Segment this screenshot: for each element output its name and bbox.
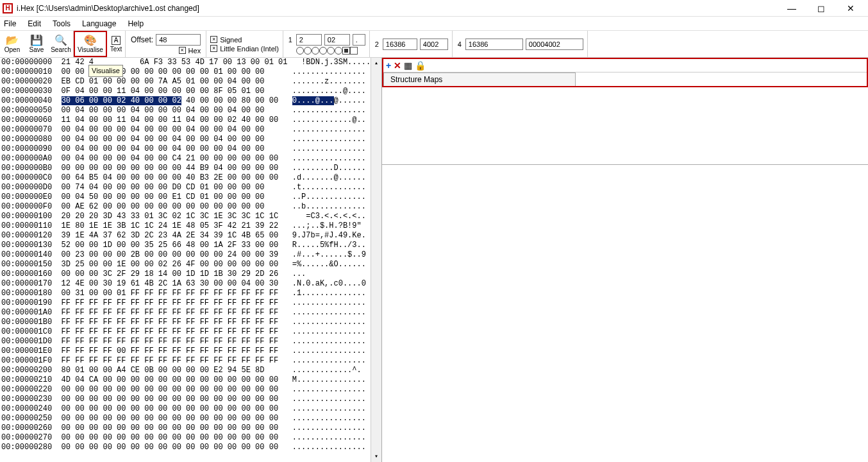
search-button[interactable]: 🔍 Search <box>49 31 73 57</box>
hex-checkbox[interactable]: ×Hex <box>179 47 201 55</box>
save-label: Save <box>29 46 44 53</box>
window-title: i.Hex [C:\Users\admin\Desktop\archive1.o… <box>17 4 777 13</box>
close-button[interactable]: ✕ <box>836 0 865 17</box>
hex-pane[interactable]: Visualise ▴ ▾ 00:00000000 21 42 4 6A F3 … <box>0 58 381 462</box>
visualise-tooltip: Visualise <box>88 65 123 77</box>
hex-row[interactable]: 00:00000130 52 00 00 1D 00 00 35 25 66 4… <box>0 241 381 250</box>
structure-body <box>382 164 868 462</box>
visualise-label: Visualise <box>78 46 103 53</box>
structure-maps-tab[interactable]: Structure Maps <box>383 73 576 86</box>
hex-row[interactable]: 00:000001F0 FF FF FF FF FF FF FF FF FF F… <box>0 356 381 366</box>
endian-checkbox[interactable]: ×Little Endian (Intel) <box>210 45 279 53</box>
hex-row[interactable]: 00:000000F0 00 AE 62 00 00 00 00 00 00 0… <box>0 202 381 212</box>
offset-input[interactable] <box>156 34 201 46</box>
hex-row[interactable]: 00:00000230 00 00 00 00 00 00 00 00 00 0… <box>0 395 381 404</box>
open-button[interactable]: 📂 Open <box>0 31 24 57</box>
open-icon: 📂 <box>6 35 19 46</box>
hex-row[interactable]: 00:000000D0 00 74 04 00 00 00 00 00 D0 C… <box>0 183 381 193</box>
save-icon: 💾 <box>30 35 43 46</box>
hex-row[interactable]: 00:000000E0 00 04 50 00 00 00 00 00 E1 C… <box>0 193 381 202</box>
text-button[interactable]: A Text <box>107 31 125 57</box>
menu-edit[interactable]: Edit <box>28 19 41 28</box>
visualise-icon: 🎨 <box>84 35 97 46</box>
endian-checkbox-label: Little Endian (Intel) <box>220 45 279 53</box>
hex-row[interactable]: 00:00000030 0F 04 00 00 11 04 00 00 00 0… <box>0 87 381 96</box>
hex-row[interactable]: 00:00000210 4D 04 CA 00 00 00 00 00 00 0… <box>0 375 381 385</box>
hex-row[interactable]: 00:00000040 30 06 00 00 02 40 00 00 02 4… <box>0 96 381 106</box>
hex-row[interactable]: 00:00000010 00 00 00 00 00 00 00 00 00 0… <box>0 67 381 77</box>
value4-dec-input[interactable] <box>465 38 523 50</box>
hex-row[interactable]: 00:00000260 00 00 00 00 00 00 00 00 00 0… <box>0 424 381 433</box>
main-area: Visualise ▴ ▾ 00:00000000 21 42 4 6A F3 … <box>0 58 868 462</box>
hex-checkbox-label: Hex <box>188 47 201 55</box>
hex-row[interactable]: 00:000001A0 FF FF FF FF FF FF FF FF FF F… <box>0 308 381 318</box>
hex-row[interactable]: 00:00000050 00 04 00 00 00 04 00 00 00 0… <box>0 106 381 116</box>
structure-grid-icon[interactable]: ▦ <box>404 61 412 70</box>
value1-hex-input[interactable] <box>324 34 350 46</box>
value1-dec-input[interactable] <box>296 34 322 46</box>
hex-row[interactable]: 00:00000280 00 00 00 00 00 00 00 00 00 0… <box>0 443 381 452</box>
hex-scrollbar[interactable]: ▴ ▾ <box>371 58 381 462</box>
hex-row[interactable]: 00:00000180 00 31 00 00 01 FF FF FF FF F… <box>0 289 381 298</box>
hex-row[interactable]: 00:00000250 00 00 00 00 00 00 00 00 00 0… <box>0 414 381 424</box>
hex-row[interactable]: 00:00000270 00 00 00 00 00 00 00 00 00 0… <box>0 433 381 443</box>
menu-help[interactable]: Help <box>128 19 144 28</box>
structure-lock-icon[interactable]: 🔒 <box>415 61 426 70</box>
hex-row[interactable]: 00:00000170 12 4E 00 30 19 61 4B 2C 1A 6… <box>0 279 381 289</box>
structure-panel-header: + ✕ ▦ 🔒 Structure Maps <box>382 58 868 87</box>
menu-language[interactable]: Language <box>82 19 116 28</box>
value2-dec-input[interactable] <box>383 38 417 50</box>
hex-row[interactable]: 00:00000190 FF FF FF FF FF FF FF FF FF F… <box>0 298 381 308</box>
hex-row[interactable]: 00:00000240 00 00 00 00 00 00 00 00 00 0… <box>0 404 381 414</box>
hex-row[interactable]: 00:00000200 80 01 00 00 A4 CE 0B 00 00 0… <box>0 366 381 375</box>
hex-row[interactable]: 00:000001E0 FF FF FF FF 00 FF FF FF FF F… <box>0 346 381 356</box>
toolbar: 📂 Open 💾 Save 🔍 Search 🎨 Visualise A Tex… <box>0 31 868 58</box>
hex-row[interactable]: 00:00000000 21 42 4 6A F3 33 53 4D 17 00… <box>0 58 381 67</box>
hex-row[interactable]: 00:00000120 39 1E 4A 37 62 3D 2C 23 4A 2… <box>0 231 381 241</box>
title-bar: H i.Hex [C:\Users\admin\Desktop\archive1… <box>0 0 868 17</box>
save-button[interactable]: 💾 Save <box>24 31 49 57</box>
hex-row[interactable]: 00:000001B0 FF FF FF FF FF FF FF FF FF F… <box>0 318 381 327</box>
signed-checkbox-label: Signed <box>220 36 242 44</box>
hex-row[interactable]: 00:00000020 EB CD 01 00 00 00 00 7A A5 0… <box>0 77 381 87</box>
value2-hex-input[interactable] <box>420 38 448 50</box>
text-icon: A <box>112 36 121 45</box>
offset-label: Offset: <box>131 35 153 44</box>
hex-row[interactable]: 00:00000160 00 00 00 3C 2F 29 18 14 00 1… <box>0 270 381 279</box>
hex-row[interactable]: 00:000001D0 FF FF FF FF FF FF FF FF FF F… <box>0 337 381 346</box>
value1-char-input[interactable] <box>353 34 365 46</box>
hex-row[interactable]: 00:00000090 00 04 00 00 00 04 00 00 04 0… <box>0 144 381 154</box>
hex-row[interactable]: 00:00000080 00 04 00 00 00 04 00 00 04 0… <box>0 135 381 144</box>
hex-row[interactable]: 00:00000220 00 00 00 00 00 00 00 00 00 0… <box>0 385 381 395</box>
byte-width-radios-1[interactable] <box>296 47 365 55</box>
value4-hex-input[interactable] <box>526 38 583 50</box>
scroll-down-button[interactable]: ▾ <box>371 451 381 462</box>
search-label: Search <box>51 46 71 53</box>
hex-row[interactable]: 00:000000B0 00 00 00 00 00 00 00 00 00 4… <box>0 164 381 173</box>
maximize-button[interactable]: ◻ <box>806 0 836 17</box>
value4-label: 4 <box>456 40 463 48</box>
hex-row[interactable]: 00:000000C0 00 64 B5 04 00 00 00 00 00 4… <box>0 173 381 183</box>
menu-tools[interactable]: Tools <box>53 19 71 28</box>
hex-row[interactable]: 00:000001C0 FF FF FF FF FF FF FF FF FF F… <box>0 327 381 337</box>
menu-file[interactable]: File <box>4 19 16 28</box>
search-icon: 🔍 <box>54 35 67 46</box>
visualise-button[interactable]: 🎨 Visualise <box>74 31 107 57</box>
signed-checkbox[interactable]: ×Signed <box>210 36 279 44</box>
hex-row[interactable]: 00:00000140 00 23 00 00 00 2B 00 00 00 0… <box>0 250 381 260</box>
text-label: Text <box>110 46 122 53</box>
hex-row[interactable]: 00:00000070 00 04 00 00 00 04 00 00 00 0… <box>0 125 381 135</box>
structure-toolbar: + ✕ ▦ 🔒 <box>383 59 867 72</box>
hex-row[interactable]: 00:00000100 20 20 20 3D 43 33 01 3C 02 1… <box>0 212 381 221</box>
hex-row[interactable]: 00:000000A0 00 04 00 00 00 04 00 00 C4 2… <box>0 154 381 164</box>
minimize-button[interactable]: — <box>777 0 806 17</box>
hex-row[interactable]: 00:00000110 1E 80 1E 1E 3B 1C 1C 24 1E 4… <box>0 221 381 231</box>
open-label: Open <box>4 46 20 53</box>
structure-delete-icon[interactable]: ✕ <box>394 61 401 70</box>
hex-row[interactable]: 00:00000060 11 04 00 00 11 04 00 00 11 0… <box>0 116 381 125</box>
hex-row[interactable]: 00:00000150 3D 25 00 00 1E 00 00 02 26 4… <box>0 260 381 270</box>
right-pane: + ✕ ▦ 🔒 Structure Maps <box>381 58 868 462</box>
scroll-up-button[interactable]: ▴ <box>371 58 381 69</box>
structure-add-icon[interactable]: + <box>386 61 391 70</box>
value2-label: 2 <box>374 40 380 48</box>
